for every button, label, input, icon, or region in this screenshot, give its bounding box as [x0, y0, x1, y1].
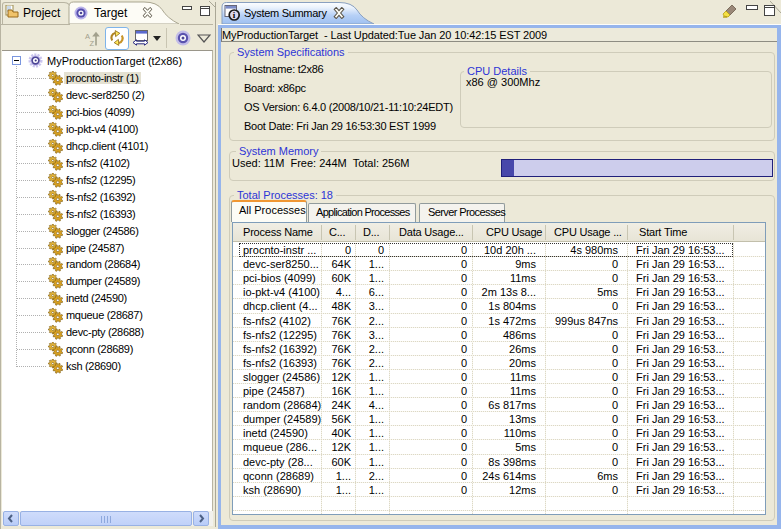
- svg-text:Z: Z: [90, 39, 95, 48]
